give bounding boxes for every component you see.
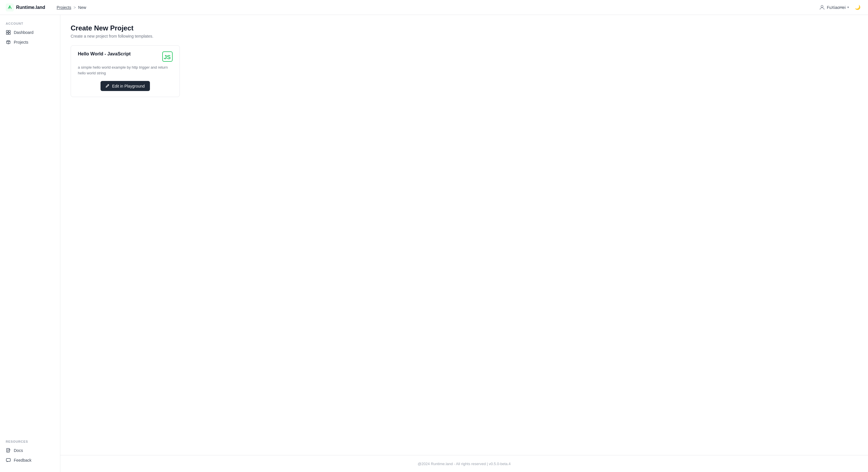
template-description: a simple hello world example by http tri… [78,65,173,76]
resources-section-label: RESOURCES [0,440,60,443]
feedback-icon [6,458,11,463]
logo-icon [6,3,14,11]
sidebar-docs-label: Docs [14,448,23,453]
sidebar: ACCOUNT Dashboard [0,15,60,472]
edit-in-playground-button[interactable]: Edit in Playground [100,81,150,91]
template-title: Hello World - JavaScript [78,52,131,57]
edit-button-label: Edit in Playground [112,84,145,88]
layout: ACCOUNT Dashboard [0,15,868,472]
page-title: Create New Project [71,24,858,32]
sidebar-account-section: ACCOUNT Dashboard [0,22,60,47]
template-card-header: Hello World - JavaScript JS [78,52,173,62]
sidebar-resources-section: RESOURCES Docs [0,433,60,465]
breadcrumb-projects[interactable]: Projects [57,5,71,10]
template-card: Hello World - JavaScript JS a simple hel… [71,45,180,97]
page-subtitle: Create a new project from following temp… [71,34,858,38]
svg-text:JS: JS [164,54,170,60]
svg-point-2 [821,5,823,7]
chevron-down-icon: ▾ [847,5,849,9]
breadcrumb-separator: > [73,5,76,10]
breadcrumb: Projects > New [57,5,86,10]
logo-text: Runtime.land [16,5,45,10]
breadcrumb-current: New [78,5,86,10]
main-content: Create New Project Create a new project … [60,15,868,455]
account-section-label: ACCOUNT [0,22,60,25]
template-info: Hello World - JavaScript [78,52,131,57]
template-actions: Edit in Playground [78,81,173,91]
svg-rect-4 [9,30,10,32]
footer-text: @2024 Runtime.land - All rights reserved… [417,462,511,466]
user-avatar-icon [819,4,825,11]
header-right: FuXiaoHei ▾ 🌙 [819,3,862,12]
header: Runtime.land Projects > New FuXiaoHei ▾ … [0,0,868,15]
javascript-icon: JS [162,52,173,62]
main-footer: @2024 Runtime.land - All rights reserved… [60,455,868,472]
svg-point-1 [9,5,10,7]
sidebar-dashboard-label: Dashboard [14,30,34,35]
sidebar-item-projects[interactable]: Projects [0,37,60,47]
sidebar-item-dashboard[interactable]: Dashboard [0,28,60,37]
sidebar-item-docs[interactable]: Docs [0,446,60,455]
user-menu[interactable]: FuXiaoHei ▾ [819,4,849,11]
sidebar-projects-label: Projects [14,40,28,44]
projects-icon [6,40,11,45]
user-name: FuXiaoHei [827,5,846,10]
theme-toggle-button[interactable]: 🌙 [853,3,862,12]
sidebar-feedback-label: Feedback [14,458,31,463]
logo[interactable]: Runtime.land [6,3,45,11]
svg-rect-8 [6,459,10,461]
svg-rect-3 [6,30,8,32]
svg-rect-5 [6,33,8,34]
edit-icon [106,84,110,88]
svg-rect-6 [9,33,10,34]
header-left: Runtime.land Projects > New [6,3,86,11]
docs-icon [6,448,11,453]
dashboard-icon [6,30,11,35]
sidebar-item-feedback[interactable]: Feedback [0,455,60,465]
main-area: Create New Project Create a new project … [60,15,868,472]
moon-icon: 🌙 [855,5,861,10]
